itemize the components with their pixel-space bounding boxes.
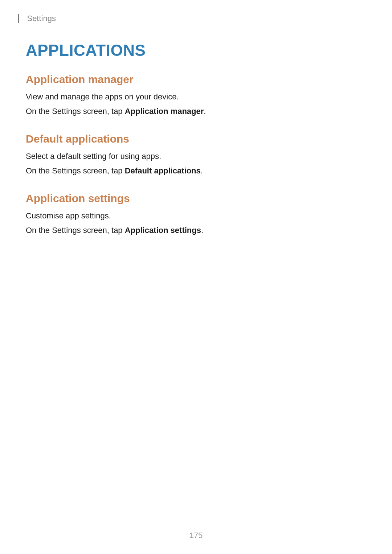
section-body-line: On the Settings screen, tap Application … [26, 224, 363, 237]
page-number: 175 [0, 531, 392, 540]
text-prefix: On the Settings screen, tap [26, 226, 125, 235]
section-body-line: On the Settings screen, tap Default appl… [26, 165, 363, 177]
page-header: Settings [0, 0, 392, 23]
text-suffix: . [201, 166, 203, 175]
header-divider-icon [18, 14, 19, 23]
text-bold: Application manager [125, 107, 204, 116]
text-prefix: On the Settings screen, tap [26, 107, 125, 116]
text-bold: Application settings [125, 226, 201, 235]
text-suffix: . [201, 226, 203, 235]
section-application-settings: Application settings Customise app setti… [26, 192, 363, 237]
breadcrumb: Settings [27, 14, 56, 23]
page-title: APPLICATIONS [26, 41, 363, 59]
page-content: APPLICATIONS Application manager View an… [0, 23, 392, 237]
section-application-manager: Application manager View and manage the … [26, 73, 363, 118]
section-heading: Default applications [26, 133, 363, 145]
text-prefix: On the Settings screen, tap [26, 166, 125, 175]
section-default-applications: Default applications Select a default se… [26, 133, 363, 177]
text-bold: Default applications [125, 166, 201, 175]
text-suffix: . [204, 107, 206, 116]
section-body-line: On the Settings screen, tap Application … [26, 105, 363, 118]
section-body-line: View and manage the apps on your device. [26, 91, 363, 103]
section-heading: Application manager [26, 73, 363, 86]
section-body-line: Customise app settings. [26, 210, 363, 222]
section-body-line: Select a default setting for using apps. [26, 150, 363, 163]
section-heading: Application settings [26, 192, 363, 205]
